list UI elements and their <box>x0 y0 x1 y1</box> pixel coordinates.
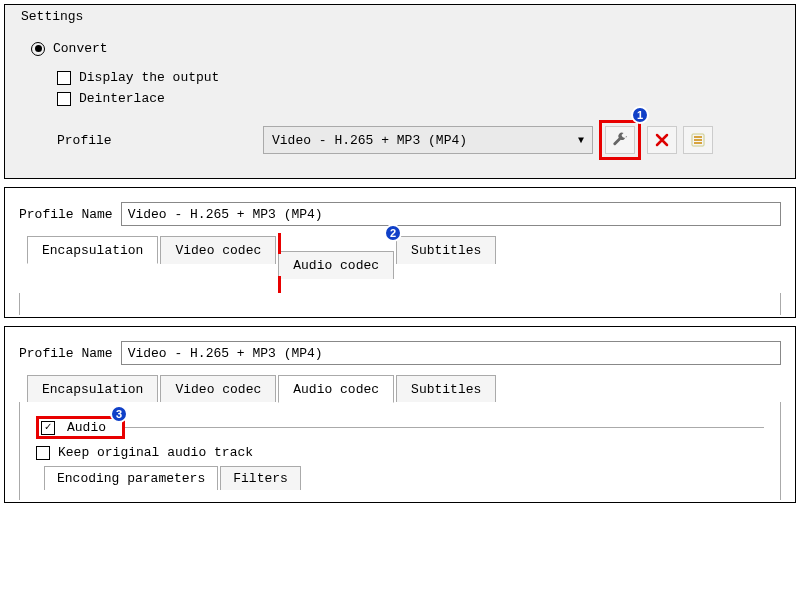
deinterlace-label: Deinterlace <box>79 91 165 106</box>
keep-original-audio-label: Keep original audio track <box>58 445 253 460</box>
profile-name-input[interactable] <box>121 341 781 365</box>
radio-selected-icon <box>31 42 45 56</box>
profile-tabs-2: Encapsulation Video codec Audio codec Su… <box>27 375 795 403</box>
annotation-badge-3: 3 <box>110 405 128 423</box>
subtab-encoding-parameters[interactable]: Encoding parameters <box>44 466 218 490</box>
profile-row: Profile Video - H.265 + MP3 (MP4) ▼ 1 <box>57 120 783 160</box>
checkbox-unchecked-icon <box>57 92 71 106</box>
display-output-checkbox[interactable]: Display the output <box>57 70 783 85</box>
profile-editor-panel-2: Profile Name Encapsulation Video codec A… <box>4 326 796 503</box>
deinterlace-checkbox[interactable]: Deinterlace <box>57 91 783 106</box>
audio-codec-tabpanel: ✓ Audio 3 Keep original audio track Enco… <box>19 402 781 500</box>
profile-tabs: Encapsulation Video codec Audio codec 2 … <box>27 236 795 294</box>
annotation-badge-1: 1 <box>631 106 649 124</box>
tab-encapsulation[interactable]: Encapsulation <box>27 236 158 264</box>
tab-subtitles[interactable]: Subtitles <box>396 236 496 264</box>
list-icon <box>691 133 705 147</box>
checkbox-unchecked-icon <box>36 446 50 460</box>
audio-subtabs: Encoding parameters Filters <box>44 466 768 490</box>
annotation-badge-2: 2 <box>384 224 402 242</box>
tab-video-codec[interactable]: Video codec <box>160 236 276 264</box>
tab-audio-codec[interactable]: Audio codec <box>278 375 394 403</box>
profile-name-input[interactable] <box>121 202 781 226</box>
tab-encapsulation[interactable]: Encapsulation <box>27 375 158 403</box>
checkbox-unchecked-icon <box>57 71 71 85</box>
subtab-filters[interactable]: Filters <box>220 466 301 490</box>
profile-editor-panel-1: Profile Name Encapsulation Video codec A… <box>4 187 796 318</box>
profile-label: Profile <box>57 133 257 148</box>
settings-panel: Settings Convert Display the output Dein… <box>4 4 796 179</box>
wrench-icon <box>612 132 628 148</box>
profile-name-label: Profile Name <box>19 207 113 222</box>
profile-dropdown[interactable]: Video - H.265 + MP3 (MP4) ▼ <box>263 126 593 154</box>
divider <box>125 427 764 428</box>
keep-original-audio-checkbox[interactable]: Keep original audio track <box>36 445 768 460</box>
audio-checkbox[interactable]: ✓ <box>41 421 55 435</box>
audio-label: Audio <box>63 420 114 435</box>
convert-label: Convert <box>53 41 108 56</box>
delete-icon <box>655 133 669 147</box>
display-output-label: Display the output <box>79 70 219 85</box>
tab-video-codec[interactable]: Video codec <box>160 375 276 403</box>
chevron-down-icon: ▼ <box>578 135 584 146</box>
new-profile-button[interactable] <box>683 126 713 154</box>
profile-name-label: Profile Name <box>19 346 113 361</box>
profile-dropdown-value: Video - H.265 + MP3 (MP4) <box>272 133 467 148</box>
delete-profile-button[interactable] <box>647 126 677 154</box>
settings-legend: Settings <box>21 9 83 24</box>
tab-subtitles[interactable]: Subtitles <box>396 375 496 403</box>
tab-audio-codec[interactable]: Audio codec <box>278 251 394 279</box>
edit-profile-button[interactable] <box>605 126 635 154</box>
convert-radio[interactable]: Convert <box>31 41 783 56</box>
